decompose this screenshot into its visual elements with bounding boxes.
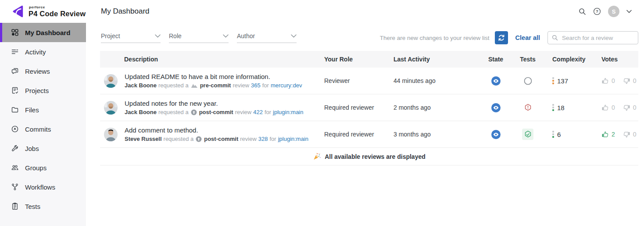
- refresh-button[interactable]: [495, 31, 508, 44]
- main-content: Project Role Author There are new change…: [86, 23, 644, 226]
- avatar: [104, 128, 118, 141]
- commit-type-icon: [191, 109, 197, 115]
- end-of-list-message: All available reviews are displayed: [100, 148, 638, 165]
- page-title: My Dashboard: [101, 7, 150, 16]
- filter-label: Role: [169, 32, 182, 39]
- reviews-table: Description Your Role Last Activity Stat…: [100, 51, 638, 165]
- state-viewing-icon: [491, 103, 501, 112]
- downvote-count: 0: [633, 131, 637, 138]
- table-row[interactable]: Add comment to method. Steve Russell req…: [100, 121, 638, 148]
- sidebar-item-commits[interactable]: Commits: [0, 119, 86, 139]
- perforce-logo-icon: [11, 5, 25, 18]
- sidebar-item-label: Tests: [25, 203, 40, 210]
- sidebar-item-reviews[interactable]: Reviews: [0, 61, 86, 81]
- tests-pending-icon: [522, 75, 533, 86]
- filter-dropdown-author[interactable]: Author: [237, 32, 297, 43]
- commit-type-label: post-commit: [199, 109, 233, 115]
- last-activity-cell: 3 months ago: [394, 131, 479, 138]
- sidebar-item-label: Reviews: [25, 68, 50, 75]
- sidebar-item-tests[interactable]: Tests: [0, 197, 86, 216]
- table-row[interactable]: Updated notes for the new year. Jack Boo…: [100, 94, 638, 121]
- commits-icon: [11, 125, 19, 133]
- commit-type-label: pre-commit: [200, 82, 231, 89]
- sidebar-item-label: Workflows: [25, 183, 55, 191]
- search-icon: [552, 35, 558, 41]
- chevron-down-icon[interactable]: [626, 10, 632, 13]
- filter-label: Author: [237, 32, 255, 39]
- chevron-down-icon: [223, 34, 229, 38]
- author-name: Jack Boone: [125, 82, 157, 89]
- refresh-icon: [498, 34, 505, 41]
- review-list-notice: There are new changes to your review lis…: [380, 35, 490, 41]
- branch-link[interactable]: mercury:dev: [271, 82, 302, 89]
- sidebar-item-my-dashboard[interactable]: My Dashboard: [0, 23, 86, 42]
- files-icon: [11, 106, 19, 114]
- brand-name: P4 Code Review: [29, 10, 86, 18]
- workflows-icon: [11, 183, 19, 191]
- review-title: Updated README to have a bit more inform…: [125, 73, 302, 80]
- thumbs-down-icon: [623, 131, 630, 138]
- review-title: Add comment to method.: [125, 126, 308, 134]
- review-id-link[interactable]: 422: [253, 109, 263, 115]
- brand-superscript: perforce: [29, 6, 86, 9]
- your-role-cell: Required reviewer: [324, 104, 394, 111]
- search-icon[interactable]: [579, 8, 586, 15]
- app-logo[interactable]: perforce P4 Code Review: [0, 5, 86, 18]
- avatar: [104, 101, 118, 115]
- sidebar-item-label: Activity: [25, 48, 46, 56]
- branch-link[interactable]: jplugin:main: [278, 136, 308, 142]
- commit-type-icon: [196, 136, 202, 142]
- your-role-cell: Reviewer: [324, 77, 394, 84]
- search-input[interactable]: [561, 34, 634, 42]
- help-icon[interactable]: ?: [593, 7, 601, 15]
- complexity-value: 137: [557, 77, 568, 85]
- last-activity-cell: 44 minutes ago: [394, 77, 479, 84]
- review-id-link[interactable]: 365: [251, 82, 261, 89]
- thumbs-up-icon: [601, 104, 609, 111]
- svg-text:?: ?: [596, 9, 598, 14]
- sidebar-item-label: Jobs: [25, 145, 39, 152]
- party-popper-icon: [313, 152, 321, 161]
- sidebar-item-projects[interactable]: Projects: [0, 81, 86, 100]
- sidebar-item-files[interactable]: Files: [0, 100, 86, 119]
- sidebar-item-label: My Dashboard: [25, 29, 70, 36]
- review-id-link[interactable]: 328: [258, 136, 268, 142]
- complexity-indicator-icon: [552, 77, 554, 84]
- commit-type-icon: [191, 83, 198, 88]
- votes-cell: 2 0: [596, 131, 638, 138]
- tests-icon: [11, 202, 19, 210]
- sidebar: My Dashboard Activity Reviews Projects F…: [0, 23, 86, 226]
- table-row[interactable]: Updated README to have a bit more inform…: [100, 68, 638, 94]
- tests-passed-icon: [522, 129, 533, 140]
- column-last-activity: Last Activity: [394, 56, 479, 63]
- sidebar-item-label: Commits: [25, 126, 51, 133]
- upvote-count: 0: [612, 104, 615, 111]
- author-name: Steve Russell: [125, 136, 162, 142]
- sidebar-item-workflows[interactable]: Workflows: [0, 177, 86, 197]
- complexity-value: 18: [557, 104, 565, 111]
- sidebar-item-jobs[interactable]: Jobs: [0, 139, 86, 158]
- filter-dropdown-role[interactable]: Role: [169, 32, 229, 43]
- state-viewing-icon: [491, 130, 501, 139]
- chevron-down-icon: [155, 34, 161, 38]
- votes-cell: 0 0: [596, 77, 638, 85]
- thumbs-up-icon: [601, 131, 609, 138]
- jobs-icon: [11, 144, 19, 152]
- complexity-value: 6: [557, 131, 561, 138]
- tests-failed-icon: [522, 102, 533, 113]
- sidebar-item-label: Files: [25, 106, 39, 114]
- table-header: Description Your Role Last Activity Stat…: [100, 51, 638, 68]
- complexity-indicator-icon: [552, 104, 554, 111]
- downvote-count: 0: [633, 77, 637, 84]
- table-rows: Updated README to have a bit more inform…: [100, 68, 638, 148]
- downvote-count: 0: [633, 104, 637, 111]
- clear-all-button[interactable]: Clear all: [515, 34, 540, 41]
- branch-link[interactable]: jplugin:main: [273, 109, 303, 115]
- filter-dropdown-project[interactable]: Project: [101, 32, 161, 43]
- user-avatar[interactable]: S: [608, 6, 619, 17]
- sidebar-item-label: Projects: [25, 87, 49, 94]
- commit-type-label: post-commit: [204, 136, 238, 142]
- filter-toolbar: Project Role Author There are new change…: [101, 30, 638, 46]
- sidebar-item-groups[interactable]: Groups: [0, 158, 86, 177]
- sidebar-item-activity[interactable]: Activity: [0, 42, 86, 61]
